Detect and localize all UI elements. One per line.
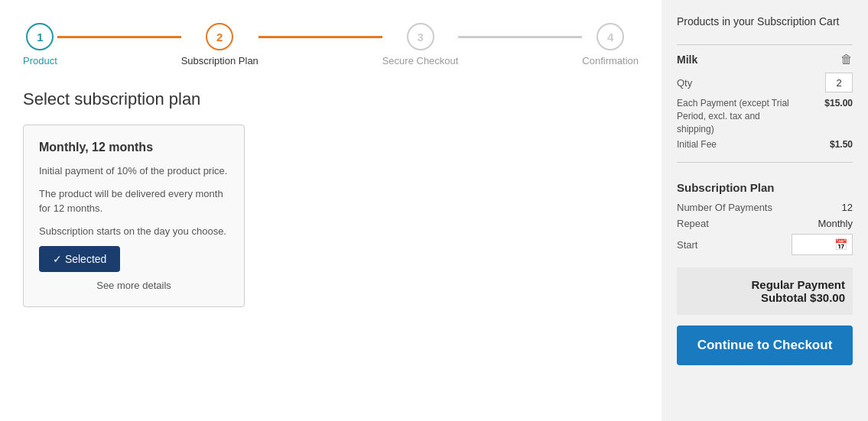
qty-value[interactable]: 2 <box>825 73 853 92</box>
cart-title: Products in your Subscription Cart <box>677 15 853 28</box>
start-row: Start 📅 <box>677 234 853 255</box>
step-1: 1 Product <box>23 23 57 66</box>
start-date-input[interactable]: 📅 <box>792 234 853 255</box>
plan-card: Monthly, 12 months Initial payment of 10… <box>23 125 245 307</box>
calendar-icon: 📅 <box>834 238 847 251</box>
cart-sidebar: Products in your Subscription Cart Milk … <box>662 0 868 421</box>
connector-3 <box>458 36 582 38</box>
step-circle-4: 4 <box>597 23 624 50</box>
checkout-button[interactable]: Continue to Checkout <box>677 325 853 365</box>
plan-desc-1: Initial payment of 10% of the product pr… <box>39 164 229 179</box>
step-label-2: Subscription Plan <box>181 55 258 66</box>
plan-desc-3: Subscription starts on the day you choos… <box>39 224 229 239</box>
qty-row: Qty 2 <box>677 73 853 92</box>
divider-1 <box>677 44 853 45</box>
start-label: Start <box>677 239 697 251</box>
subscription-plan-title: Subscription Plan <box>677 181 853 194</box>
initial-fee-row: Initial Fee $1.50 <box>677 138 853 151</box>
each-payment-label: Each Payment (except Trial Period, excl.… <box>677 97 792 135</box>
section-title: Select subscription plan <box>23 89 639 109</box>
each-payment-value: $15.00 <box>824 97 853 135</box>
repeat-row: Repeat Monthly <box>677 218 853 229</box>
repeat-value: Monthly <box>818 218 853 229</box>
num-payments-row: Number Of Payments 12 <box>677 202 853 213</box>
qty-label: Qty <box>677 77 692 89</box>
plan-desc-2: The product will be delivered every mont… <box>39 186 229 216</box>
step-2: 2 Subscription Plan <box>181 23 258 66</box>
subtotal-area: Regular Payment Subtotal $30.00 <box>677 267 853 315</box>
each-payment-row: Each Payment (except Trial Period, excl.… <box>677 97 853 135</box>
step-label-4: Confirmation <box>582 55 639 66</box>
divider-2 <box>677 162 853 163</box>
stepper: 1 Product 2 Subscription Plan 3 Secur <box>23 15 639 66</box>
product-name: Milk <box>677 53 697 66</box>
delete-product-icon[interactable]: 🗑 <box>840 53 853 66</box>
step-4: 4 Confirmation <box>582 23 639 66</box>
connector-1 <box>57 36 181 38</box>
repeat-label: Repeat <box>677 218 709 229</box>
step-circle-1: 1 <box>26 23 54 50</box>
selected-button[interactable]: ✓ Selected <box>39 246 120 272</box>
initial-fee-label: Initial Fee <box>677 138 717 151</box>
step-3: 3 Secure Checkout <box>382 23 459 66</box>
step-label-1: Product <box>23 55 57 66</box>
product-row: Milk 🗑 <box>677 53 853 66</box>
see-more-details-link[interactable]: See more details <box>39 280 229 291</box>
subtotal-label: Regular Payment <box>684 278 845 291</box>
step-circle-3: 3 <box>407 23 434 50</box>
num-payments-value: 12 <box>842 202 853 213</box>
num-payments-label: Number Of Payments <box>677 202 772 213</box>
connector-2 <box>258 36 382 38</box>
step-label-3: Secure Checkout <box>382 55 459 66</box>
step-circle-2: 2 <box>206 23 233 50</box>
subtotal-amount: Subtotal $30.00 <box>684 291 845 304</box>
initial-fee-value: $1.50 <box>830 138 853 151</box>
plan-title: Monthly, 12 months <box>39 141 229 154</box>
